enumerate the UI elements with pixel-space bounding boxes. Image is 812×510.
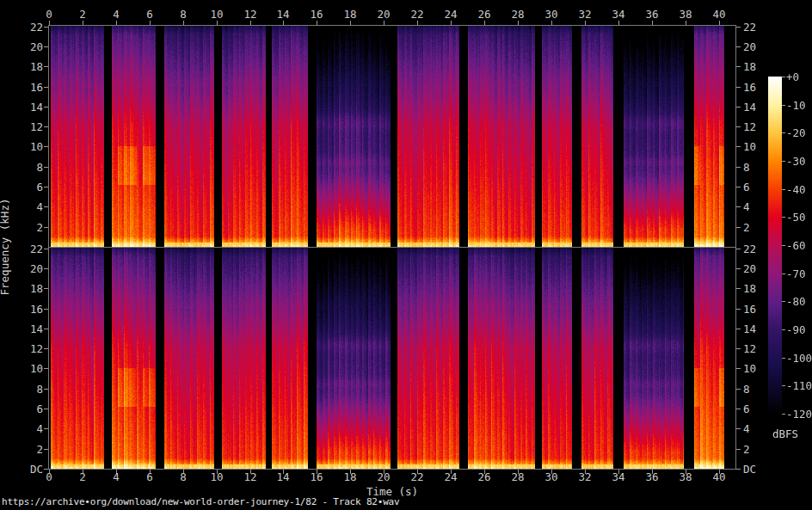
x-axis-tick-top — [183, 21, 184, 25]
y-axis-tick-label-left: 22 — [5, 243, 43, 255]
y-axis-tick-label-left: 2 — [5, 222, 43, 233]
y-axis-tick-left — [44, 27, 48, 28]
y-axis-tick-right — [736, 309, 741, 310]
y-axis-tick-label-right: 16 — [743, 82, 756, 93]
x-axis-tick-label-bottom: 6 — [135, 471, 164, 482]
y-axis-tick-left — [44, 167, 48, 168]
x-axis-tick-label-bottom: 38 — [671, 471, 700, 482]
x-axis-tick-label-bottom: 2 — [68, 471, 97, 482]
y-axis-tick-label-left: 10 — [5, 363, 43, 374]
x-axis-tick-top — [585, 21, 586, 25]
spectrogram-canvas-channel-2 — [49, 248, 735, 469]
y-axis-tick-left — [44, 66, 48, 67]
y-axis-tick-right — [736, 227, 741, 228]
y-axis-tick-label-left: 20 — [5, 41, 43, 52]
y-axis-tick-label-right: 18 — [743, 283, 756, 294]
x-axis-tick-label-top: 14 — [268, 9, 298, 20]
y-axis-tick-right — [736, 87, 741, 88]
x-axis-tick-top — [250, 21, 251, 25]
x-axis-tick-label-top: 16 — [302, 9, 331, 20]
y-axis-tick-label-right: 22 — [743, 22, 756, 33]
y-axis-tick-label-left: 2 — [5, 444, 43, 455]
colorbar-tick-label: -100 — [786, 353, 812, 364]
spectrogram-panel-channel-2 — [48, 247, 736, 470]
y-axis-tick-label-left: 10 — [5, 141, 43, 152]
y-axis-tick-label-left: DC — [5, 464, 43, 475]
y-axis-tick-label-left: 12 — [5, 121, 43, 132]
y-axis-tick-label-left: 16 — [5, 304, 43, 315]
x-axis-tick-label-bottom: 22 — [403, 471, 432, 482]
y-axis-tick-left — [44, 329, 48, 329]
x-axis-tick-top — [83, 21, 83, 25]
spectrogram-panel-channel-1 — [48, 25, 736, 248]
x-axis-tick-label-bottom: 18 — [335, 471, 365, 482]
x-axis-tick-label-top: 38 — [671, 9, 700, 20]
y-axis-tick-left — [44, 187, 48, 187]
colorbar-tick — [782, 329, 785, 330]
y-axis-tick-label-left: 8 — [5, 384, 43, 395]
colorbar-tick-label: -10 — [786, 100, 806, 111]
y-axis-tick-label-right: 8 — [743, 162, 750, 173]
x-axis-tick-label-bottom: 30 — [537, 471, 566, 482]
colorbar-tick-label: -40 — [786, 184, 806, 195]
y-axis-tick-right — [736, 368, 741, 369]
colorbar-tick — [782, 217, 785, 218]
y-axis-tick-right — [736, 146, 741, 147]
y-axis-tick-label-left: 18 — [5, 283, 43, 294]
x-axis-tick-label-top: 34 — [604, 9, 633, 20]
x-axis-tick-label-bottom: 8 — [169, 471, 198, 482]
x-axis-tick-label-bottom: 14 — [268, 471, 298, 482]
x-axis-tick-label-bottom: 16 — [302, 471, 331, 482]
x-axis-tick-top — [317, 21, 317, 25]
y-axis-tick-left — [44, 288, 48, 289]
y-axis-tick-label-right: 14 — [743, 101, 756, 113]
x-axis-tick-label-top: 10 — [202, 9, 231, 20]
y-axis-tick-right — [736, 66, 741, 67]
y-axis-tick-left — [44, 409, 48, 409]
colorbar-tick — [782, 245, 785, 246]
x-axis-tick-top — [283, 21, 284, 25]
x-axis-tick-label-bottom: 26 — [470, 471, 499, 482]
x-axis-tick-label-top: 26 — [470, 9, 499, 20]
y-axis-tick-left — [44, 428, 48, 429]
spectrogram-canvas-channel-1 — [49, 26, 735, 247]
x-axis-tick-top — [451, 21, 452, 25]
y-axis-tick-right — [736, 249, 741, 249]
y-axis-tick-left — [44, 268, 48, 269]
y-axis-tick-right — [736, 167, 741, 168]
x-axis-tick-top — [719, 21, 720, 25]
x-axis-tick-label-top: 30 — [537, 9, 566, 20]
y-axis-tick-label-right: 12 — [743, 121, 756, 132]
x-axis-tick-top — [551, 21, 552, 25]
y-axis-tick-label-right: 18 — [743, 61, 756, 72]
colorbar-tick-label: -60 — [786, 240, 806, 251]
x-axis-tick-label-top: 22 — [403, 9, 432, 20]
x-axis-tick-top — [217, 21, 218, 25]
y-axis-tick-right — [736, 469, 741, 470]
colorbar-tick-label: +0 — [786, 71, 799, 83]
y-axis-tick-left — [44, 146, 48, 147]
colorbar-tick — [782, 358, 785, 359]
colorbar-tick-label: -120 — [786, 409, 812, 420]
y-axis-tick-label-left: 12 — [5, 343, 43, 354]
y-axis-tick-label-left: 22 — [5, 22, 43, 33]
colorbar-tick-label: -110 — [786, 380, 812, 391]
x-axis-tick-label-bottom: 10 — [202, 471, 231, 482]
y-axis-tick-label-right: 8 — [743, 384, 750, 395]
y-axis-tick-left — [44, 249, 48, 249]
y-axis-tick-label-left: 14 — [5, 323, 43, 335]
x-axis-tick-label-bottom: 24 — [436, 471, 465, 482]
colorbar-tick — [782, 77, 785, 77]
y-axis-tick-label-right: 10 — [743, 141, 756, 152]
x-axis-tick-label-top: 2 — [68, 9, 97, 20]
x-axis-tick-label-top: 20 — [369, 9, 398, 20]
y-axis-tick-label-right: 14 — [743, 323, 756, 335]
y-axis-tick-label-right: DC — [743, 464, 756, 475]
y-axis-tick-label-left: 20 — [5, 263, 43, 274]
x-axis-tick-label-bottom: 36 — [637, 471, 667, 482]
x-axis-tick-label-top: 28 — [503, 9, 532, 20]
x-axis-tick-top — [384, 21, 384, 25]
y-axis-tick-right — [736, 428, 741, 429]
source-file-text: https://archive•org/download/new-world-o… — [2, 496, 399, 507]
y-axis-tick-left — [44, 469, 48, 470]
